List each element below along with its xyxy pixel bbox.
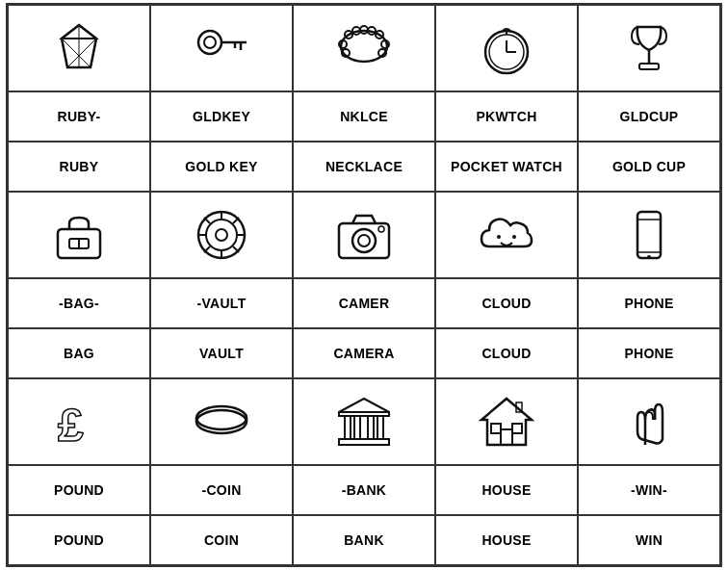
camera-full: CAMERA bbox=[293, 328, 435, 378]
svg-point-8 bbox=[204, 37, 216, 48]
pocketwatch-icon bbox=[476, 17, 537, 79]
pocketwatch-icon-cell bbox=[435, 5, 578, 91]
goldkey-full-text: GOLD KEY bbox=[185, 159, 257, 175]
house-full: HOUSE bbox=[435, 515, 578, 565]
win-full: WIN bbox=[578, 515, 720, 565]
svg-line-39 bbox=[204, 218, 210, 223]
phone-icon bbox=[618, 204, 680, 266]
pound-icon: £ bbox=[48, 391, 110, 453]
goldcup-abbrev-text: GLDCUP bbox=[620, 109, 679, 125]
cloud-full: CLOUD bbox=[435, 328, 578, 378]
ruby-full-text: RUBY bbox=[60, 159, 99, 175]
svg-rect-63 bbox=[368, 416, 374, 439]
vault-abbrev-text: -VAULT bbox=[197, 296, 247, 312]
necklace-full: NECKLACE bbox=[293, 142, 435, 192]
pound-full-text: POUND bbox=[54, 532, 104, 549]
necklace-icon bbox=[333, 17, 395, 79]
pound-full: POUND bbox=[8, 515, 150, 565]
goldcup-full: GOLD CUP bbox=[578, 142, 720, 192]
svg-line-42 bbox=[233, 246, 239, 252]
pocketwatch-full-text: POCKET WATCH bbox=[451, 159, 562, 175]
vault-icon-cell bbox=[150, 192, 293, 278]
bag-full: BAG bbox=[8, 328, 150, 378]
win-full-text: WIN bbox=[636, 532, 663, 549]
icon-grid: RUBY- GLDKEY NKLCE PKWTCH GLDCUP RUBY GO… bbox=[6, 3, 722, 567]
ruby-icon-cell bbox=[8, 5, 150, 91]
svg-rect-66 bbox=[501, 429, 512, 445]
necklace-abbrev-text: NKLCE bbox=[340, 109, 388, 125]
coin-icon-cell bbox=[150, 378, 293, 465]
bank-abbrev-text: -BANK bbox=[342, 482, 387, 499]
bank-icon bbox=[333, 391, 395, 453]
pound-abbrev-text: POUND bbox=[54, 482, 104, 499]
win-abbrev-text: -WIN- bbox=[631, 482, 667, 499]
coin-icon bbox=[191, 391, 252, 453]
vault-full-text: VAULT bbox=[199, 346, 244, 362]
pound-abbrev: POUND bbox=[8, 465, 150, 515]
svg-point-45 bbox=[358, 235, 370, 246]
phone-full: PHONE bbox=[578, 328, 720, 378]
svg-point-33 bbox=[206, 220, 237, 250]
necklace-full-text: NECKLACE bbox=[325, 159, 403, 175]
house-full-text: HOUSE bbox=[481, 532, 531, 549]
win-icon-cell bbox=[578, 378, 720, 465]
bank-abbrev: -BANK bbox=[293, 465, 435, 515]
win-icon bbox=[618, 391, 680, 453]
svg-rect-68 bbox=[512, 424, 522, 433]
bank-full: BANK bbox=[293, 515, 435, 565]
pocketwatch-abbrev-text: PKWTCH bbox=[476, 109, 536, 125]
cloud-icon bbox=[476, 204, 537, 266]
svg-marker-65 bbox=[481, 399, 532, 445]
svg-point-48 bbox=[512, 235, 516, 239]
goldcup-icon-cell bbox=[578, 5, 720, 91]
cloud-abbrev-text: CLOUD bbox=[481, 296, 531, 312]
svg-rect-64 bbox=[377, 416, 383, 439]
bank-icon-cell bbox=[293, 378, 435, 465]
vault-icon bbox=[191, 204, 252, 266]
svg-point-46 bbox=[378, 226, 384, 232]
goldcup-abbrev: GLDCUP bbox=[578, 91, 720, 142]
necklace-icon-cell bbox=[293, 5, 435, 91]
svg-point-47 bbox=[497, 235, 501, 239]
bag-full-text: BAG bbox=[64, 346, 94, 362]
win-abbrev: -WIN- bbox=[578, 465, 720, 515]
pound-icon-cell: £ bbox=[8, 378, 150, 465]
cloud-full-text: CLOUD bbox=[481, 346, 531, 362]
svg-point-44 bbox=[352, 229, 376, 252]
house-icon-cell bbox=[435, 378, 578, 465]
svg-rect-61 bbox=[345, 416, 351, 439]
svg-marker-58 bbox=[339, 399, 389, 412]
goldkey-full: GOLD KEY bbox=[150, 142, 293, 192]
svg-rect-28 bbox=[639, 64, 659, 69]
camera-icon bbox=[333, 204, 395, 266]
necklace-abbrev: NKLCE bbox=[293, 91, 435, 142]
camera-icon-cell bbox=[293, 192, 435, 278]
pocketwatch-abbrev: PKWTCH bbox=[435, 91, 578, 142]
goldkey-icon bbox=[191, 17, 252, 79]
ruby-icon bbox=[48, 17, 110, 79]
svg-rect-62 bbox=[354, 416, 360, 439]
svg-rect-67 bbox=[491, 424, 501, 433]
vault-full: VAULT bbox=[150, 328, 293, 378]
house-icon bbox=[476, 391, 537, 453]
coin-abbrev: -COIN bbox=[150, 465, 293, 515]
goldkey-abbrev-text: GLDKEY bbox=[193, 109, 250, 125]
cloud-icon-cell bbox=[435, 192, 578, 278]
pocketwatch-full: POCKET WATCH bbox=[435, 142, 578, 192]
phone-icon-cell bbox=[578, 192, 720, 278]
bag-icon-cell bbox=[8, 192, 150, 278]
bank-full-text: BANK bbox=[344, 532, 384, 549]
goldcup-icon bbox=[618, 17, 680, 79]
ruby-abbrev: RUBY- bbox=[8, 91, 150, 142]
goldkey-abbrev: GLDKEY bbox=[150, 91, 293, 142]
vault-abbrev: -VAULT bbox=[150, 278, 293, 328]
goldcup-full-text: GOLD CUP bbox=[612, 159, 686, 175]
phone-full-text: PHONE bbox=[624, 346, 673, 362]
bag-icon bbox=[48, 204, 110, 266]
phone-abbrev: PHONE bbox=[578, 278, 720, 328]
cloud-abbrev: CLOUD bbox=[435, 278, 578, 328]
camera-full-text: CAMERA bbox=[333, 346, 394, 362]
ruby-abbrev-text: RUBY- bbox=[58, 109, 101, 125]
svg-point-7 bbox=[198, 31, 221, 54]
svg-line-40 bbox=[233, 218, 239, 223]
